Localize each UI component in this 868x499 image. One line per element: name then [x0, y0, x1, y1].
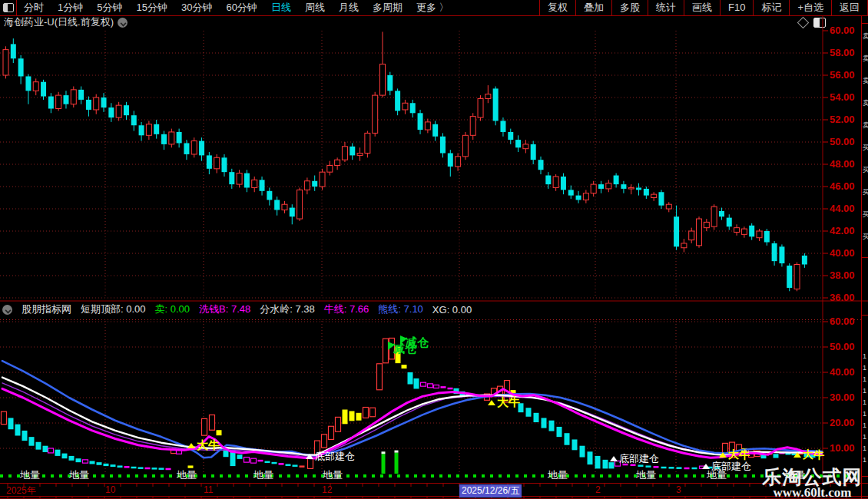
- clipped-glyph: 卖: [863, 121, 868, 131]
- svg-text:50.00: 50.00: [830, 341, 855, 352]
- svg-text:20.00: 20.00: [830, 417, 855, 428]
- watermark-site-name: 乐淘公式网: [757, 467, 868, 487]
- diliang-label: 地量: [69, 469, 89, 481]
- diliang-label: 地量: [177, 469, 197, 481]
- indicator-header-value-5: 牛线: 7.66: [324, 302, 369, 316]
- svg-text:56.00: 56.00: [830, 69, 855, 81]
- svg-text:30.00: 30.00: [830, 392, 855, 403]
- svg-text:40.00: 40.00: [830, 247, 855, 259]
- indicator-header: 股朋指标网短期顶部: 0.00卖: 0.00洗钱B: 7.48分水岭: 7.38…: [0, 302, 472, 317]
- svg-text:大牛: 大牛: [197, 438, 220, 451]
- clipped-glyph: 1: [863, 375, 868, 383]
- main-gridlines: 60.0058.0056.0054.0052.0050.0048.0046.00…: [0, 25, 855, 474]
- diliang-label: 地量: [636, 469, 656, 481]
- clipped-glyph: 1: [863, 433, 868, 441]
- svg-text:大牛: 大牛: [728, 448, 750, 461]
- clipped-glyph: 卖: [863, 31, 868, 41]
- svg-text:58.00: 58.00: [830, 47, 855, 58]
- indicator-collapse-icon[interactable]: [2, 305, 12, 315]
- diliang-label: 地量: [253, 469, 273, 481]
- indicator-bars: [2, 338, 822, 474]
- date-axis: 2025年101112232025/12/26/五: [0, 483, 868, 497]
- clipped-glyph: 1: [863, 387, 868, 395]
- svg-text:48.00: 48.00: [830, 158, 855, 170]
- svg-text:底部建仓: 底部建仓: [619, 453, 659, 464]
- clipped-glyph: 买: [863, 232, 868, 242]
- watermark-url: www.60lt.com: [757, 487, 868, 499]
- indicator-header-value-7: XG: 0.00: [432, 304, 472, 316]
- svg-text:52.00: 52.00: [830, 114, 855, 125]
- svg-text:54.00: 54.00: [830, 91, 855, 103]
- date-label-5: 3: [676, 484, 681, 495]
- svg-text:60.00: 60.00: [830, 25, 855, 36]
- diliang-label: 地量: [548, 469, 568, 481]
- svg-text:42.00: 42.00: [830, 225, 855, 236]
- clipped-glyph: 卖: [863, 76, 868, 86]
- svg-text:大牛: 大牛: [803, 448, 824, 461]
- indicator-header-value-0: 股朋指标网: [22, 302, 71, 316]
- indicator-header-value-6: 熊线: 7.10: [378, 302, 423, 316]
- svg-text:46.00: 46.00: [830, 180, 855, 192]
- clipped-glyph: 买: [863, 143, 868, 153]
- clipped-glyph: 1: [863, 421, 868, 429]
- indicator-header-value-4: 分水岭: 7.38: [260, 302, 315, 316]
- svg-text:10.00: 10.00: [830, 442, 855, 454]
- svg-text:大牛: 大牛: [497, 395, 520, 408]
- svg-text:50.00: 50.00: [830, 136, 855, 147]
- indicator-header-value-2: 卖: 0.00: [155, 302, 190, 316]
- clipped-glyph: 1: [863, 398, 868, 406]
- clipped-glyph: 1: [863, 410, 868, 418]
- trading-app-window: 分时1分钟5分钟15分钟30分钟60分钟日线周线月线多周期更多 〉 复权叠加多股…: [0, 0, 868, 499]
- date-label-3: 12: [322, 484, 332, 495]
- date-label-4: 2: [595, 484, 601, 495]
- svg-text:36.00: 36.00: [830, 292, 855, 303]
- main-candles: [3, 31, 807, 291]
- svg-text:减仓: 减仓: [406, 335, 429, 349]
- clipped-glyph: 买: [863, 165, 868, 175]
- clipped-glyph: 卖: [863, 98, 868, 108]
- svg-text:40.00: 40.00: [830, 366, 855, 378]
- right-clipped-quote-panel[interactable]: 卖卖卖卖卖买买买买买1111111111: [861, 16, 868, 499]
- date-label-1: 10: [105, 484, 115, 495]
- date-label-2: 11: [204, 484, 213, 495]
- clipped-glyph: 1: [863, 364, 868, 372]
- diliang-label: 地量: [323, 469, 343, 481]
- next-pane-strip: [0, 496, 868, 499]
- svg-text:44.00: 44.00: [830, 203, 855, 214]
- clipped-glyph: 1: [863, 456, 868, 464]
- clipped-glyph: 买: [863, 210, 868, 220]
- chart-canvas[interactable]: 60.0058.0056.0054.0052.0050.0048.0046.00…: [0, 0, 868, 499]
- clipped-glyph: 1: [863, 352, 868, 360]
- clipped-glyph: 买: [863, 187, 868, 197]
- svg-text:38.00: 38.00: [830, 269, 855, 281]
- watermark: 乐淘公式网 www.60lt.com: [757, 467, 868, 499]
- clipped-glyph: 卖: [863, 54, 868, 64]
- svg-text:60.00: 60.00: [830, 316, 855, 327]
- clipped-glyph: 1: [863, 444, 868, 452]
- svg-text:底部建仓: 底部建仓: [315, 451, 355, 462]
- indicator-header-value-3: 洗钱B: 7.48: [199, 302, 250, 316]
- diliang-label: 地量: [20, 469, 40, 481]
- indicator-header-value-1: 短期顶部: 0.00: [81, 302, 146, 316]
- svg-text:底部建仓: 底部建仓: [711, 461, 751, 472]
